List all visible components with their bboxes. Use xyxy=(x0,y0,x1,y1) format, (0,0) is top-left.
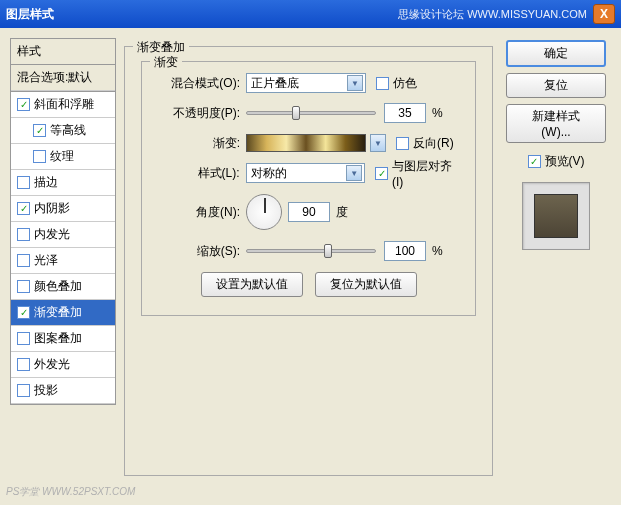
style-item[interactable]: 投影 xyxy=(11,378,115,404)
dither-checkbox[interactable] xyxy=(376,77,389,90)
blend-mode-value: 正片叠底 xyxy=(251,75,299,92)
style-item[interactable]: ✓内阴影 xyxy=(11,196,115,222)
window-title: 图层样式 xyxy=(6,6,398,23)
style-label: 样式(L): xyxy=(154,165,240,182)
preview-box xyxy=(522,182,590,250)
style-checkbox[interactable]: ✓ xyxy=(33,124,46,137)
style-item[interactable]: 描边 xyxy=(11,170,115,196)
style-item[interactable]: 外发光 xyxy=(11,352,115,378)
style-checkbox[interactable] xyxy=(17,332,30,345)
style-dropdown[interactable]: 对称的 ▼ xyxy=(246,163,365,183)
right-column: 确定 复位 新建样式(W)... ✓ 预览(V) xyxy=(501,38,611,476)
degree-label: 度 xyxy=(336,204,348,221)
style-item[interactable]: ✓斜面和浮雕 xyxy=(11,92,115,118)
percent-label-2: % xyxy=(432,244,443,258)
title-bar: 图层样式 思缘设计论坛 WWW.MISSYUAN.COM X xyxy=(0,0,621,28)
style-checkbox[interactable]: ✓ xyxy=(17,98,30,111)
settings-panel: 渐变叠加 渐变 混合模式(O): 正片叠底 ▼ 仿色 不透明度(P): xyxy=(124,38,493,476)
scale-slider[interactable] xyxy=(246,249,376,253)
align-label: 与图层对齐(I) xyxy=(392,158,463,189)
chevron-down-icon: ▼ xyxy=(347,75,363,91)
style-item-label: 描边 xyxy=(34,174,58,191)
styles-list: 混合选项:默认 xyxy=(10,65,116,92)
preview-label: 预览(V) xyxy=(545,153,585,170)
style-checkbox[interactable]: ✓ xyxy=(17,306,30,319)
styles-items: ✓斜面和浮雕✓等高线纹理描边✓内阴影内发光光泽颜色叠加✓渐变叠加图案叠加外发光投… xyxy=(10,92,116,405)
preview-checkbox[interactable]: ✓ xyxy=(528,155,541,168)
style-item[interactable]: ✓等高线 xyxy=(11,118,115,144)
style-item-label: 斜面和浮雕 xyxy=(34,96,94,113)
angle-dial[interactable] xyxy=(246,194,282,230)
gradient-label: 渐变: xyxy=(154,135,240,152)
styles-header: 样式 xyxy=(10,38,116,65)
styles-column: 样式 混合选项:默认 ✓斜面和浮雕✓等高线纹理描边✓内阴影内发光光泽颜色叠加✓渐… xyxy=(10,38,116,476)
style-item[interactable]: 颜色叠加 xyxy=(11,274,115,300)
blend-mode-label: 混合模式(O): xyxy=(154,75,240,92)
angle-input[interactable] xyxy=(288,202,330,222)
make-default-button[interactable]: 设置为默认值 xyxy=(201,272,303,297)
opacity-input[interactable] xyxy=(384,103,426,123)
reset-default-button[interactable]: 复位为默认值 xyxy=(315,272,417,297)
scale-label: 缩放(S): xyxy=(154,243,240,260)
style-item-label: 光泽 xyxy=(34,252,58,269)
ok-button[interactable]: 确定 xyxy=(506,40,606,67)
style-item-label: 外发光 xyxy=(34,356,70,373)
gradient-picker[interactable] xyxy=(246,134,366,152)
style-item[interactable]: 图案叠加 xyxy=(11,326,115,352)
percent-label: % xyxy=(432,106,443,120)
gradient-dropdown-icon[interactable]: ▼ xyxy=(370,134,386,152)
blend-mode-dropdown[interactable]: 正片叠底 ▼ xyxy=(246,73,366,93)
style-item-label: 内阴影 xyxy=(34,200,70,217)
opacity-label: 不透明度(P): xyxy=(154,105,240,122)
style-checkbox[interactable] xyxy=(17,384,30,397)
site-label: 思缘设计论坛 WWW.MISSYUAN.COM xyxy=(398,7,587,22)
cancel-button[interactable]: 复位 xyxy=(506,73,606,98)
reverse-checkbox[interactable] xyxy=(396,137,409,150)
reverse-label: 反向(R) xyxy=(413,135,454,152)
scale-input[interactable] xyxy=(384,241,426,261)
style-checkbox[interactable] xyxy=(17,176,30,189)
style-item-label: 投影 xyxy=(34,382,58,399)
style-item-label: 内发光 xyxy=(34,226,70,243)
style-item[interactable]: 光泽 xyxy=(11,248,115,274)
align-checkbox[interactable]: ✓ xyxy=(375,167,388,180)
angle-label: 角度(N): xyxy=(154,204,240,221)
style-item-label: 图案叠加 xyxy=(34,330,82,347)
sub-title: 渐变 xyxy=(150,54,182,71)
style-item[interactable]: 纹理 xyxy=(11,144,115,170)
style-item[interactable]: 内发光 xyxy=(11,222,115,248)
style-value: 对称的 xyxy=(251,165,287,182)
blend-options-default[interactable]: 混合选项:默认 xyxy=(11,65,115,91)
style-item[interactable]: ✓渐变叠加 xyxy=(11,300,115,326)
style-item-label: 纹理 xyxy=(50,148,74,165)
style-item-label: 渐变叠加 xyxy=(34,304,82,321)
style-item-label: 颜色叠加 xyxy=(34,278,82,295)
close-icon: X xyxy=(600,7,608,21)
dither-label: 仿色 xyxy=(393,75,417,92)
new-style-button[interactable]: 新建样式(W)... xyxy=(506,104,606,143)
style-checkbox[interactable] xyxy=(17,358,30,371)
preview-swatch xyxy=(534,194,578,238)
chevron-down-icon: ▼ xyxy=(346,165,362,181)
style-item-label: 等高线 xyxy=(50,122,86,139)
style-checkbox[interactable]: ✓ xyxy=(17,202,30,215)
opacity-slider[interactable] xyxy=(246,111,376,115)
style-checkbox[interactable] xyxy=(17,280,30,293)
style-checkbox[interactable] xyxy=(17,228,30,241)
style-checkbox[interactable] xyxy=(33,150,46,163)
style-checkbox[interactable] xyxy=(17,254,30,267)
close-button[interactable]: X xyxy=(593,4,615,24)
watermark: PS学堂 WWW.52PSXT.COM xyxy=(6,485,135,499)
